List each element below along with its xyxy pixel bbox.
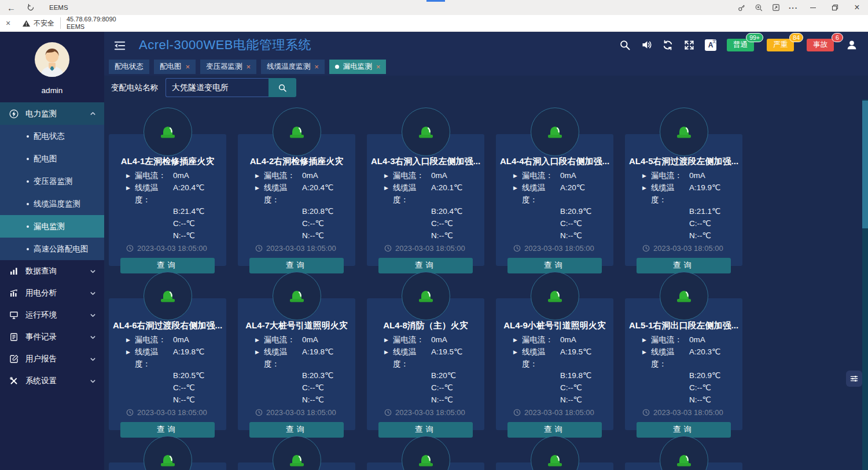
normal-alarm-button[interactable]: 普通 99+: [727, 39, 754, 51]
clock-icon: [642, 245, 650, 252]
tab-cable-temperature[interactable]: 线缆温度监测×: [261, 60, 325, 74]
sidebar-item-highway-distribution[interactable]: 高速公路配电图: [0, 238, 104, 260]
leakage-value: 0mA: [560, 334, 576, 346]
triangle-marker-icon: ▶: [513, 182, 522, 206]
query-button[interactable]: 查询: [378, 258, 473, 273]
device-card: AL4-6右洞过渡段右侧加强... ▶ 漏电流： 0mA ▶ 线缆温度： A:1…: [109, 272, 226, 430]
accident-alarm-button[interactable]: 事故 6: [807, 39, 834, 51]
browser-back-icon[interactable]: ←: [7, 3, 16, 13]
tab-distribution-status[interactable]: 配电状态: [109, 60, 149, 74]
leakage-label: 漏电流：: [135, 170, 173, 182]
sidebar-item-user-reports[interactable]: 用户报告: [0, 348, 104, 370]
sidebar-item-leakage-monitoring[interactable]: 漏电监测: [0, 215, 104, 238]
clock-icon: [126, 409, 134, 416]
tab-leakage-monitoring[interactable]: 漏电监测×: [329, 60, 387, 74]
search-icon[interactable]: [618, 38, 632, 52]
key-icon[interactable]: [733, 0, 750, 15]
tab-transformer-monitoring[interactable]: 变压器监测×: [200, 60, 256, 74]
leakage-row: ▶ 漏电流： 0mA: [238, 170, 355, 182]
browser-refresh-icon[interactable]: [26, 0, 35, 15]
query-button[interactable]: 查询: [637, 422, 731, 438]
temp-c-value: C:--℃: [431, 382, 453, 394]
sidebar-item-power-analysis[interactable]: 用电分析: [0, 282, 104, 304]
accident-alarm-label: 事故: [813, 40, 827, 49]
scrollbar-track[interactable]: [862, 99, 868, 470]
sidebar-item-data-query[interactable]: 数据查询: [0, 260, 104, 282]
status-indicator-circle: [660, 272, 708, 320]
query-button[interactable]: 查询: [378, 422, 473, 438]
query-button[interactable]: 查询: [507, 258, 602, 273]
timestamp-row: 2023-03-03 18:05:00: [109, 408, 226, 417]
close-icon[interactable]: ×: [6, 18, 19, 28]
leakage-label: 漏电流：: [135, 334, 173, 346]
settings-sliders-button[interactable]: [846, 371, 862, 387]
temp-a-value: A:20.4℃: [173, 182, 204, 206]
bullet-icon: [27, 180, 29, 183]
speaker-icon[interactable]: [639, 38, 653, 52]
leakage-label: 漏电流：: [264, 334, 302, 346]
font-size-icon[interactable]: A文: [704, 38, 718, 52]
tab-close-icon[interactable]: ×: [247, 63, 251, 71]
clock-icon: [384, 409, 392, 416]
sidebar-item-label: 数据查询: [25, 266, 90, 276]
refresh-icon[interactable]: [661, 38, 675, 52]
station-name-label: 变配电站名称: [111, 83, 158, 93]
tab-distribution-diagram[interactable]: 配电图×: [154, 60, 196, 74]
sidebar-item-label: 系统设置: [25, 376, 90, 386]
tab-close-icon[interactable]: ×: [186, 63, 190, 71]
triangle-marker-icon: ▶: [255, 170, 264, 182]
search-toolbar: 变配电站名称: [104, 76, 868, 99]
query-button[interactable]: 查询: [249, 422, 344, 438]
query-button[interactable]: 查询: [507, 422, 602, 438]
leakage-value: 0mA: [302, 334, 318, 346]
tab-close-icon[interactable]: ×: [314, 63, 319, 71]
severe-alarm-button[interactable]: 严重 84: [767, 39, 794, 51]
sidebar-item-distribution-diagram[interactable]: 配电图: [0, 147, 104, 170]
temperature-label: 线缆温度：: [651, 182, 689, 206]
search-button[interactable]: [269, 78, 296, 97]
timestamp-row: 2023-03-03 18:05:00: [367, 244, 484, 253]
sidebar-item-event-records[interactable]: 事件记录: [0, 326, 104, 348]
query-button[interactable]: 查询: [249, 258, 344, 273]
timestamp: 2023-03-03 18:05:00: [395, 244, 465, 253]
temperature-label: 线缆温度：: [264, 182, 302, 206]
sidebar-item-distribution-status[interactable]: 配电状态: [0, 125, 104, 147]
scrollbar-thumb[interactable]: [862, 101, 868, 228]
minimize-button[interactable]: [802, 0, 824, 15]
leakage-value: 0mA: [173, 170, 189, 182]
open-in-browser-icon[interactable]: [767, 0, 785, 15]
browser-menu-icon[interactable]: ···: [785, 0, 802, 15]
temp-n-value: N:--℃: [689, 394, 711, 406]
sidebar-item-transformer-monitoring[interactable]: 变压器监测: [0, 170, 104, 193]
normal-alarm-label: 普通: [733, 40, 748, 49]
restore-button[interactable]: [824, 0, 846, 15]
sidebar-item-operating-environment[interactable]: 运行环境: [0, 304, 104, 326]
user-icon[interactable]: [845, 38, 859, 52]
temperature-row: N:--℃: [496, 394, 613, 406]
temperature-row: B:21.1℃: [625, 206, 742, 218]
leakage-label: 漏电流：: [651, 170, 689, 182]
chevron-down-icon: [90, 378, 96, 384]
leakage-row: ▶ 漏电流： 0mA: [496, 334, 613, 346]
tab-close-icon[interactable]: ×: [376, 63, 381, 71]
sidebar-item-system-settings[interactable]: 系统设置: [0, 370, 104, 392]
fullscreen-icon[interactable]: [682, 38, 696, 52]
leakage-row: ▶ 漏电流： 0mA: [367, 170, 484, 182]
menu-fold-icon[interactable]: [113, 40, 126, 51]
temperature-row: N:--℃: [625, 230, 742, 242]
query-button[interactable]: 查询: [120, 422, 215, 438]
temp-a-value: A:19.9℃: [689, 182, 720, 206]
temperature-row: N:--℃: [238, 394, 355, 406]
sidebar-item-cable-temperature[interactable]: 线缆温度监测: [0, 193, 104, 215]
clock-icon: [384, 245, 392, 252]
query-button[interactable]: 查询: [120, 258, 215, 273]
station-search-input[interactable]: [165, 78, 269, 97]
device-card-partial: [109, 436, 226, 470]
close-button[interactable]: ×: [846, 0, 868, 15]
chevron-down-icon: [90, 312, 96, 319]
query-button[interactable]: 查询: [637, 258, 731, 273]
security-warning[interactable]: 不安全: [22, 18, 54, 28]
sidebar-item-power-monitoring[interactable]: 电力监测: [0, 102, 104, 125]
zoom-in-icon[interactable]: [750, 0, 767, 15]
temp-a-value: A:19.8℃: [302, 346, 333, 371]
